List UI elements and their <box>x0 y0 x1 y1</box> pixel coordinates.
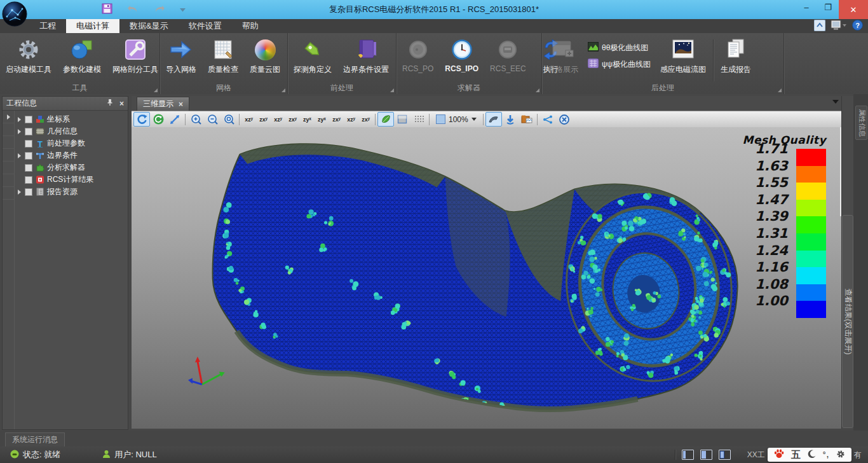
share-button[interactable] <box>539 112 556 127</box>
mesh-partition-tool-button[interactable]: 网格剖分工具 <box>107 36 164 75</box>
properties-tab[interactable]: 属性信息 <box>855 106 867 140</box>
system-messages-tab[interactable]: 系统运行消息 <box>5 432 65 446</box>
redo-button[interactable] <box>153 4 166 15</box>
tree-item-rcs-results[interactable]: RCS计算结果 <box>15 174 128 186</box>
checkbox[interactable] <box>25 188 32 196</box>
ime-settings-gear-icon[interactable] <box>836 450 845 460</box>
import-mesh-button[interactable]: 导入网格 <box>160 36 202 75</box>
close-tab-icon[interactable]: × <box>179 100 183 109</box>
viewport-3d[interactable]: Mesh Quality 1.711.63 1.551.47 1.391.31 … <box>132 127 841 429</box>
collapse-ribbon-button[interactable] <box>814 20 825 33</box>
checkbox[interactable] <box>25 116 32 123</box>
view-orientation-button[interactable]: xzʸ <box>344 113 358 126</box>
dialog-launcher-icon[interactable] <box>390 88 394 92</box>
minimize-button[interactable]: – <box>796 0 817 14</box>
view-orientation-button[interactable]: zxʸ <box>285 113 300 126</box>
checkbox[interactable] <box>25 128 32 135</box>
table-display-button[interactable]: 表格展示 <box>542 36 584 75</box>
tree-item-boundary-conditions[interactable]: 边界条件 <box>15 149 128 162</box>
chevron-down-icon[interactable] <box>471 118 477 121</box>
snapshot-folder-button[interactable] <box>519 112 535 127</box>
tab-em-compute[interactable]: 电磁计算 <box>66 19 119 33</box>
boundary-settings-button[interactable]: 边界条件设置 <box>337 36 395 75</box>
pin-icon[interactable] <box>107 99 113 108</box>
view-results-tab[interactable]: 查看结果(双击展开) <box>842 215 853 428</box>
layout-split-button[interactable] <box>700 450 712 460</box>
tree-item-analysis-solver[interactable]: 分析求解器 <box>15 162 128 174</box>
app-logo-icon[interactable] <box>1 1 28 27</box>
checkbox[interactable] <box>25 176 32 184</box>
expander-icon[interactable] <box>18 117 21 122</box>
view-orientation-button[interactable]: zyˣ <box>315 113 329 126</box>
close-button[interactable]: ✕ <box>839 0 868 19</box>
view-orientation-button[interactable]: xzʸ <box>241 113 256 126</box>
tab-help[interactable]: 帮助 <box>232 19 269 33</box>
tab-data-display[interactable]: 数据&显示 <box>119 19 179 33</box>
zoom-in-button[interactable] <box>187 112 204 127</box>
psi-polarization-curve-button[interactable]: ψψ极化曲线图 <box>584 56 654 73</box>
rcs-ipo-button[interactable]: RCS_IPO <box>439 36 484 73</box>
refresh-view-button[interactable] <box>150 112 166 127</box>
qat-dropdown-icon[interactable] <box>180 5 186 14</box>
moon-icon[interactable] <box>808 450 816 460</box>
tree-item-coordinate-system[interactable]: 坐标系 <box>15 113 128 125</box>
close-panel-icon[interactable]: × <box>119 99 124 108</box>
checkbox[interactable] <box>25 140 32 148</box>
detect-angle-button[interactable]: 探测角定义 <box>288 36 337 75</box>
quality-check-button[interactable]: 质量检查 <box>202 36 244 75</box>
dialog-launcher-icon[interactable] <box>778 88 782 92</box>
rotate-view-button[interactable] <box>133 112 150 127</box>
pan-arrow-button[interactable] <box>166 112 183 127</box>
chevron-down-icon[interactable] <box>832 100 839 104</box>
view-orientation-button[interactable]: zxʸ <box>256 113 271 126</box>
shaded-view-button[interactable] <box>377 112 394 127</box>
layout-wide-button[interactable] <box>719 450 731 460</box>
tab-project[interactable]: 工程 <box>29 19 66 33</box>
tree-item-geometry-info[interactable]: 几何信息 <box>15 125 128 137</box>
help-button[interactable]: ? <box>852 20 863 32</box>
expander-icon[interactable] <box>18 129 21 134</box>
dialog-launcher-icon[interactable] <box>154 88 158 92</box>
view-tab-row: 三维显示 × <box>132 96 841 111</box>
view-orientation-button[interactable]: zxʸ <box>329 113 344 126</box>
ime-mode-label[interactable]: 五 <box>791 449 801 461</box>
parametric-modeling-button[interactable]: 参数化建模 <box>57 36 107 75</box>
dialog-launcher-icon[interactable] <box>536 88 539 92</box>
import-view-button[interactable] <box>502 112 519 127</box>
tree-item-report-resources[interactable]: 报告资源 <box>15 186 128 198</box>
delete-view-button[interactable] <box>556 112 573 127</box>
layout-left-button[interactable] <box>682 450 694 460</box>
display-mode-button[interactable] <box>831 20 847 33</box>
checkbox[interactable] <box>25 152 32 160</box>
expander-icon[interactable] <box>18 153 21 158</box>
rcs-eec-button[interactable]: RCS_EEC <box>484 36 532 73</box>
expander-icon[interactable] <box>7 114 10 120</box>
view-orientation-button[interactable]: zyˣ <box>300 113 315 126</box>
tab-3d-display[interactable]: 三维显示 × <box>137 97 189 111</box>
quality-cloud-button[interactable]: 质量云图 <box>244 36 286 75</box>
save-button[interactable] <box>102 3 112 16</box>
clip-view-button[interactable] <box>485 112 502 127</box>
rcs-po-button[interactable]: RCS_PO <box>397 36 439 73</box>
view-orientation-button[interactable]: zxʸ <box>358 113 373 126</box>
expander-icon[interactable] <box>18 190 21 195</box>
zoom-fit-button[interactable] <box>220 112 237 127</box>
checkbox[interactable] <box>25 164 32 172</box>
induced-current-map-button[interactable]: 感应电磁流图 <box>654 36 712 75</box>
theta-polarization-curve-button[interactable]: θθ极化曲线图 <box>584 39 654 56</box>
restore-button[interactable]: ❐ <box>817 0 839 14</box>
baidu-paw-icon[interactable] <box>774 449 784 460</box>
launch-modeling-tool-button[interactable]: 启动建模工具 <box>0 36 57 75</box>
tab-software-settings[interactable]: 软件设置 <box>179 19 232 33</box>
points-view-button[interactable] <box>410 112 427 127</box>
view-orientation-button[interactable]: xzʸ <box>271 113 285 126</box>
zoom-level-control[interactable]: 100% <box>431 114 481 124</box>
punctuation-icon[interactable]: °, <box>823 450 829 459</box>
undo-button[interactable] <box>126 4 139 15</box>
wireframe-view-button[interactable] <box>394 112 410 127</box>
ime-bar[interactable]: 五 °, <box>768 448 851 462</box>
zoom-out-button[interactable] <box>204 112 220 127</box>
dialog-launcher-icon[interactable] <box>281 88 285 92</box>
tree-item-preprocess-params[interactable]: T 前处理参数 <box>15 137 128 149</box>
generate-report-button[interactable]: 生成报告 <box>715 36 757 75</box>
